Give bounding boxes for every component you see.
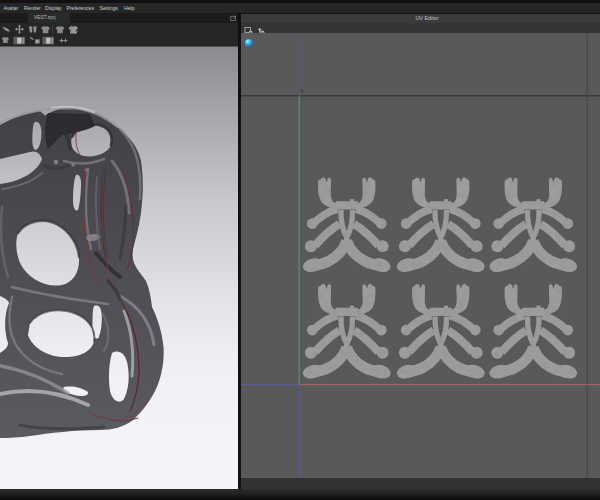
svg-text:0: 0 xyxy=(301,88,304,94)
